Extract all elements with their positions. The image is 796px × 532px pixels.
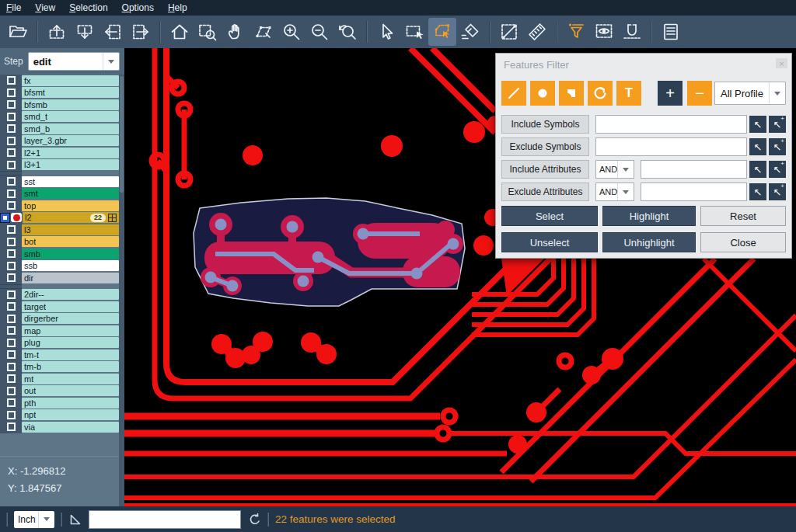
filter-surface-button[interactable] [559, 81, 584, 106]
layer-row[interactable]: smd_t [0, 111, 124, 123]
filter-positive-button[interactable]: + [658, 81, 683, 106]
layer-checkbox[interactable] [7, 350, 16, 359]
layer-checkbox[interactable] [7, 374, 16, 383]
layer-checkbox[interactable] [7, 76, 16, 85]
step-left-button[interactable] [99, 18, 127, 46]
layer-checkbox[interactable] [7, 315, 16, 323]
layer-checkbox[interactable] [7, 137, 16, 145]
layer-checkbox[interactable] [7, 273, 16, 282]
layer-label-bar[interactable]: target [22, 301, 119, 312]
filter-value-input[interactable] [641, 160, 747, 179]
layer-checkbox[interactable] [7, 249, 16, 258]
select-rectangle-button[interactable] [400, 18, 428, 46]
zoom-previous-button[interactable] [333, 18, 361, 46]
layer-label-bar[interactable]: smt [22, 188, 119, 199]
layer-checkbox[interactable] [7, 326, 16, 335]
layer-checkbox[interactable] [7, 339, 16, 347]
step-select[interactable]: edit [28, 52, 120, 71]
filter-pad-button[interactable] [530, 81, 555, 106]
layer-row[interactable]: map [0, 325, 124, 337]
layer-row[interactable]: via [0, 421, 124, 433]
layer-row[interactable]: bot [0, 236, 124, 249]
layer-label-bar[interactable]: bfsmt [22, 87, 119, 98]
pick-add-button[interactable]: ↖+ [769, 116, 786, 133]
layer-row[interactable]: sst [0, 176, 124, 188]
filter-text-button[interactable]: T [616, 81, 641, 106]
step-right-button[interactable] [127, 18, 155, 46]
layer-label-bar[interactable]: l3 [22, 224, 119, 235]
layer-row[interactable]: tm-t [0, 349, 124, 361]
layer-row[interactable]: l2+1 [0, 147, 124, 159]
layer-label-bar[interactable]: ssb [22, 260, 119, 271]
layer-label-bar[interactable]: dir [22, 273, 119, 283]
layer-row[interactable]: plug [0, 337, 124, 349]
layer-label-bar[interactable]: pth [22, 398, 119, 409]
layer-row[interactable]: dir [0, 272, 124, 284]
layer-checkbox[interactable] [7, 262, 16, 270]
layer-checkbox[interactable] [7, 161, 16, 169]
layer-row[interactable]: l3 [0, 224, 124, 236]
filter-arc-button[interactable] [588, 81, 613, 106]
layer-checkbox[interactable] [7, 290, 16, 299]
filter-row-label-button[interactable]: Exclude Attributes [501, 183, 589, 201]
layer-row[interactable]: smd_b [0, 123, 124, 135]
layer-row[interactable]: top [0, 200, 124, 212]
layer-checkbox[interactable] [7, 177, 16, 186]
layer-label-bar[interactable]: smd_b [22, 123, 119, 134]
layer-row[interactable]: smb [0, 248, 124, 260]
layer-label-bar[interactable]: smd_t [22, 111, 119, 122]
clean-button[interactable] [456, 18, 484, 46]
layer-checkbox[interactable] [7, 238, 16, 246]
menu-item[interactable]: File [6, 2, 21, 13]
and-or-select[interactable]: AND [595, 160, 634, 179]
layer-label-bar[interactable]: dirgerber [22, 313, 119, 324]
layer-checkbox[interactable] [7, 225, 16, 234]
view-node-button[interactable] [250, 18, 278, 46]
unhighlight-button[interactable]: Unhighlight [602, 232, 696, 252]
layer-label-bar[interactable]: top [22, 200, 119, 211]
and-or-select[interactable]: AND [595, 183, 634, 201]
ruler-button[interactable] [523, 18, 551, 46]
dialog-close-button[interactable]: × [776, 58, 787, 68]
unselect-button[interactable]: Unselect [501, 232, 598, 252]
filter-value-input[interactable] [641, 183, 747, 201]
pick-from-canvas-button[interactable]: ↖ [749, 116, 766, 133]
layer-row[interactable]: l2 22 [0, 212, 124, 224]
layer-row[interactable]: smt [0, 188, 124, 200]
pick-from-canvas-button[interactable]: ↖ [749, 183, 766, 200]
layer-checkbox[interactable] [7, 190, 16, 198]
pick-add-button[interactable]: ↖+ [769, 138, 786, 155]
measure-button[interactable] [495, 18, 523, 46]
filter-row-label-button[interactable]: Include Attributes [501, 160, 589, 179]
layer-label-bar[interactable]: map [22, 325, 119, 336]
features-filter-button[interactable] [562, 18, 590, 46]
open-file-button[interactable] [4, 18, 32, 46]
filter-value-input[interactable] [595, 137, 747, 156]
layer-checkbox[interactable] [7, 113, 16, 121]
step-down-button[interactable] [71, 18, 99, 46]
layer-checkbox-active[interactable] [1, 214, 9, 222]
layer-label-bar[interactable]: bfsmb [22, 99, 119, 110]
scrollbar-thumb[interactable] [120, 76, 124, 193]
layer-row[interactable]: target [0, 301, 124, 313]
layer-row[interactable]: out [0, 385, 124, 398]
layer-row[interactable]: 2dir-- [0, 289, 124, 301]
filter-row-label-button[interactable]: Exclude Symbols [501, 137, 589, 156]
layer-label-bar[interactable]: via [22, 422, 119, 433]
pick-from-canvas-button[interactable]: ↖ [749, 161, 766, 178]
layer-row[interactable]: bfsmt [0, 87, 124, 99]
layer-row[interactable]: fx [0, 75, 124, 87]
layer-row[interactable]: dirgerber [0, 313, 124, 325]
menu-item[interactable]: Options [122, 2, 154, 13]
layer-label-bar[interactable]: fx [22, 75, 119, 86]
pick-add-button[interactable]: ↖+ [769, 161, 786, 178]
layer-label-bar[interactable]: layer_3.gbr [22, 135, 119, 146]
layer-row[interactable]: ssb [0, 260, 124, 273]
layer-label-bar[interactable]: out [22, 385, 119, 396]
select-pointer-button[interactable] [372, 18, 400, 46]
zoom-in-button[interactable] [278, 18, 305, 46]
layer-row[interactable]: bfsmb [0, 99, 124, 111]
layer-row[interactable]: layer_3.gbr [0, 135, 124, 148]
view-options-button[interactable] [590, 18, 618, 46]
layer-row[interactable]: tm-b [0, 361, 124, 374]
